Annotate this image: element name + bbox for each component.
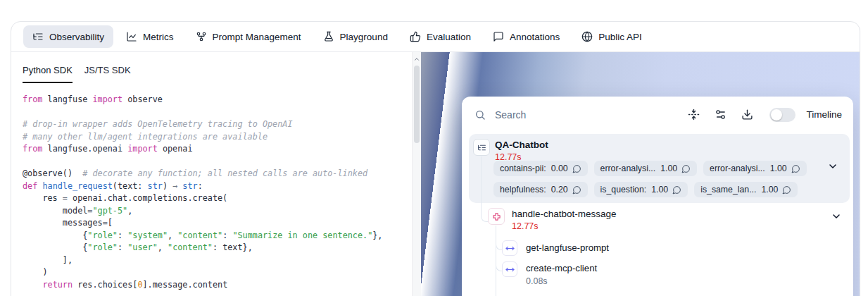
filter-settings-button[interactable] — [715, 109, 727, 121]
chevron-down-icon — [831, 211, 842, 222]
comment-bubble-icon — [782, 185, 791, 195]
collapse-trace-button[interactable] — [827, 161, 838, 172]
score-badge-label: error-analysi... — [710, 164, 765, 173]
score-badge-value: 1.00 — [651, 185, 668, 195]
tab-label: Playground — [340, 32, 388, 42]
tab-python-sdk[interactable]: Python SDK — [23, 65, 73, 83]
search-input[interactable] — [493, 109, 680, 121]
span-type-icon-box — [502, 240, 517, 256]
toolbar-actions: Timeline — [688, 108, 842, 122]
span-row-handle-chatbot-message[interactable]: handle-chatbot-message 12.77s — [488, 208, 617, 231]
thumbs-up-icon — [410, 31, 421, 42]
fold-vertical-button[interactable] — [688, 109, 700, 121]
code-line: from langfuse import observe — [23, 94, 412, 106]
span-name: create-mcp-client — [526, 261, 597, 276]
toggle-knob — [771, 109, 782, 121]
span-plus-icon — [492, 212, 501, 221]
tab-annotations[interactable]: Annotations — [484, 25, 569, 48]
tab-label: Observability — [49, 32, 104, 42]
chevron-down-icon — [827, 161, 838, 172]
timeline-label: Timeline — [806, 109, 842, 120]
score-badge-row: helpfulness:0.20is_question:1.00is_same_… — [493, 182, 807, 197]
span-name: handle-chatbot-message — [512, 208, 617, 220]
main-tabbar: Observability Metrics Prompt Management … — [11, 22, 860, 52]
score-badge-value: 1.00 — [660, 164, 677, 173]
score-badge-rows: contains-pii:0.00error-analysi...1.00err… — [493, 161, 807, 197]
comment-bubble-icon — [791, 164, 800, 173]
span-name: get-langfuse-prompt — [526, 241, 609, 255]
score-badge[interactable]: is_same_lan...1.00 — [694, 182, 798, 197]
tab-observability[interactable]: Observability — [23, 25, 113, 48]
trace-card: Timeline QA-Chatbot 12.77s contains-pii:… — [462, 97, 853, 296]
tab-label: Public API — [598, 32, 642, 42]
span-type-icon-box — [502, 261, 517, 277]
trace-list-tree-icon — [477, 143, 486, 152]
preview-panel: Timeline QA-Chatbot 12.77s contains-pii:… — [421, 52, 860, 296]
span-duration: 0.08s — [526, 276, 597, 286]
tab-playground[interactable]: Playground — [314, 25, 397, 48]
move-horizontal-icon — [505, 265, 515, 274]
span-row-create-mcp-client[interactable]: create-mcp-client 0.08s — [502, 261, 597, 286]
score-badge-value: 0.20 — [551, 185, 568, 195]
download-icon — [741, 109, 753, 121]
span-row-get-langfuse-prompt[interactable]: get-langfuse-prompt — [502, 240, 609, 256]
message-square-icon — [493, 31, 504, 42]
score-badge-label: error-analysi... — [600, 164, 656, 173]
globe-icon — [581, 31, 593, 42]
code-scrollbar[interactable] — [412, 52, 421, 296]
score-badge[interactable]: helpfulness:0.20 — [493, 182, 588, 197]
timeline-toggle[interactable] — [769, 108, 795, 122]
code-line: # drop-in wrapper adds OpenTelemetry tra… — [23, 118, 412, 131]
comment-bubble-icon — [681, 164, 691, 173]
code-line — [23, 106, 412, 119]
code-line — [23, 156, 412, 168]
tab-label: Prompt Management — [213, 32, 301, 42]
git-fork-icon — [196, 31, 207, 42]
score-badge-row: contains-pii:0.00error-analysi...1.00err… — [493, 161, 807, 176]
chart-line-icon — [126, 31, 137, 42]
code-line: {"role": "system", "content": "Summarize… — [23, 230, 412, 242]
tab-label: Evaluation — [427, 32, 471, 42]
score-badge-label: is_same_lan... — [700, 185, 756, 195]
score-badge-value: 0.00 — [551, 164, 568, 173]
code-line: model="gpt-5", — [23, 205, 412, 218]
code-line: ) — [23, 266, 412, 279]
code-line: res = openai.chat.completions.create( — [23, 192, 412, 205]
tab-jsts-sdk[interactable]: JS/TS SDK — [84, 65, 131, 83]
comment-bubble-icon — [572, 164, 581, 173]
search-icon — [474, 109, 486, 121]
span-duration: 12.77s — [512, 221, 617, 231]
trace-row-qa-chatbot[interactable]: QA-Chatbot 12.77s contains-pii:0.00error… — [469, 134, 850, 203]
score-badge-label: helpfulness: — [500, 185, 546, 195]
app-frame: Observability Metrics Prompt Management … — [11, 21, 860, 296]
flask-icon — [323, 31, 334, 42]
fold-vertical-icon — [688, 109, 700, 121]
tab-evaluation[interactable]: Evaluation — [401, 25, 480, 48]
score-badge[interactable]: contains-pii:0.00 — [493, 161, 588, 176]
tab-prompt-management[interactable]: Prompt Management — [187, 25, 310, 48]
code-line: @observe() # decorate any function; all … — [23, 168, 412, 180]
score-badge-label: is_question: — [600, 185, 647, 195]
tab-metrics[interactable]: Metrics — [117, 25, 183, 48]
list-tree-icon — [32, 31, 44, 42]
score-badge-value: 1.00 — [770, 164, 787, 173]
scroll-up-arrow-icon[interactable] — [413, 56, 420, 63]
collapse-span-button[interactable] — [831, 211, 842, 222]
tab-label: Annotations — [510, 32, 560, 42]
code-line: messages=[ — [23, 217, 412, 230]
code-line: from langfuse.openai import openai — [23, 143, 412, 156]
tab-public-api[interactable]: Public API — [572, 25, 651, 48]
score-badge[interactable]: error-analysi...1.00 — [594, 161, 698, 176]
score-badge[interactable]: is_question:1.00 — [594, 182, 688, 197]
move-horizontal-icon — [505, 244, 515, 253]
scrollbar-thumb[interactable] — [414, 66, 420, 143]
sliders-icon — [715, 109, 727, 121]
score-badge-label: contains-pii: — [500, 164, 546, 173]
score-badge-value: 1.00 — [761, 185, 778, 195]
content-split: Python SDK JS/TS SDK from langfuse impor… — [11, 52, 860, 296]
tab-label: Metrics — [143, 32, 174, 42]
download-button[interactable] — [741, 109, 753, 121]
code-line: def handle_request(text: str) → str: — [23, 180, 412, 193]
comment-bubble-icon — [572, 185, 581, 195]
score-badge[interactable]: error-analysi...1.00 — [703, 161, 807, 176]
